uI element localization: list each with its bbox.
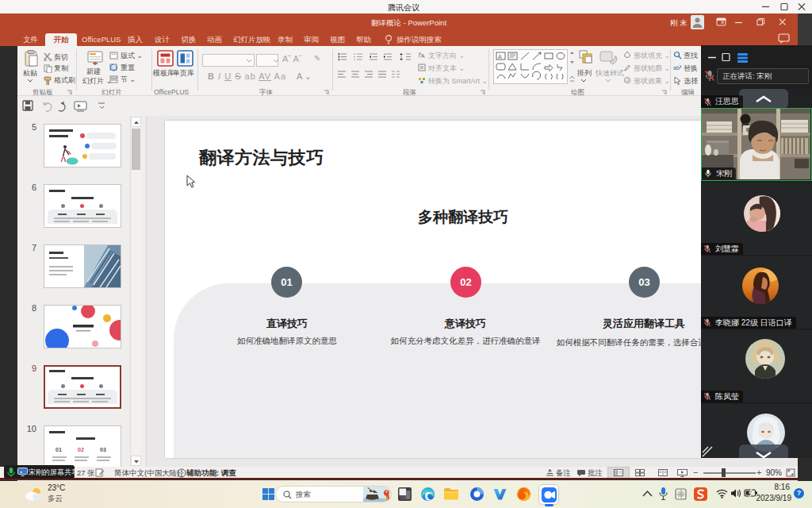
svg-text:A: A (421, 53, 425, 59)
svg-text:ab: ab (673, 65, 680, 71)
svg-text:A: A (498, 54, 502, 60)
